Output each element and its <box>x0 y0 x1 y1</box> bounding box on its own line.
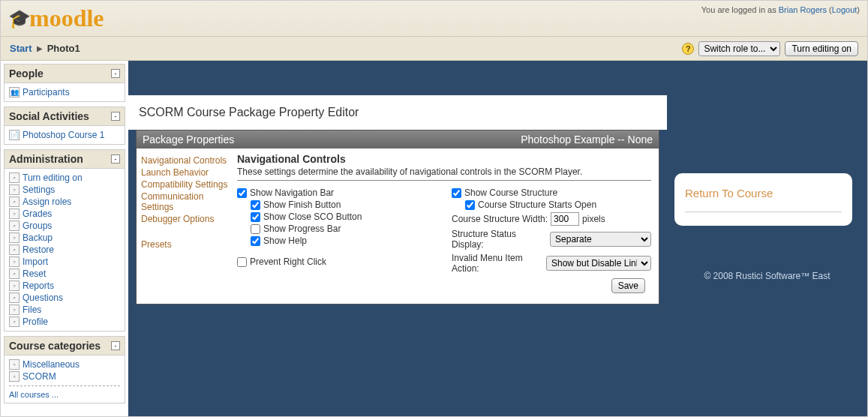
admin-item-icon: ▫ <box>9 256 20 267</box>
help-icon[interactable]: ? <box>682 43 694 55</box>
opt-prevent: Prevent Right Click <box>237 256 437 268</box>
category-link-1[interactable]: SCORM <box>23 371 56 382</box>
category-item: ▫SCORM <box>9 370 120 382</box>
structure-label: Show Course Structure <box>464 188 557 198</box>
opt-progress: Show Progress Bar <box>237 223 437 235</box>
admin-link-5[interactable]: Backup <box>23 232 53 243</box>
participants-link[interactable]: Participants <box>23 87 70 98</box>
collapse-icon[interactable]: - <box>111 154 120 164</box>
breadcrumb: Start ▶ Photo1 <box>10 43 80 54</box>
switch-role-select[interactable]: Switch role to... <box>698 41 780 56</box>
participants-icon: 👥 <box>9 87 20 98</box>
status-select[interactable]: Separate <box>550 232 651 247</box>
category-link-0[interactable]: Miscellaneous <box>23 359 80 370</box>
admin-link-6[interactable]: Restore <box>23 244 54 255</box>
finish-label: Show Finish Button <box>263 200 341 210</box>
navbar-label: Show Navigation Bar <box>250 188 334 198</box>
progress-checkbox[interactable] <box>251 224 260 234</box>
admin-item-icon: ▫ <box>9 280 20 291</box>
admin-item: ▫Files <box>9 304 120 316</box>
finish-checkbox[interactable] <box>251 200 260 210</box>
save-button[interactable]: Save <box>611 278 645 293</box>
close-checkbox[interactable] <box>251 212 260 222</box>
admin-link-9[interactable]: Reports <box>23 280 54 291</box>
breadcrumb-bar: Start ▶ Photo1 ? Switch role to... Turn … <box>1 37 867 61</box>
login-info: You are logged in as Brian Rogers (Logou… <box>701 5 860 14</box>
opt-startsopen: Course Structure Starts Open <box>452 199 651 211</box>
panel-header: Package Properties Photoshop Example -- … <box>137 130 659 148</box>
opt-navbar: Show Navigation Bar <box>237 187 437 199</box>
social-title: Social Activities <box>9 110 89 122</box>
sidebar: People - 👥 Participants Social Activitie… <box>1 61 128 416</box>
user-link[interactable]: Brian Rogers <box>779 5 827 14</box>
categories-title: Course categories <box>9 340 101 352</box>
admin-item-icon: ▫ <box>9 208 20 219</box>
editor-title: SCORM Course Package Property Editor <box>128 95 667 130</box>
nav-debugger[interactable]: Debugger Options <box>141 213 230 225</box>
admin-item: ▫Profile <box>9 316 120 328</box>
admin-title: Administration <box>9 153 83 165</box>
invalid-row: Invalid Menu Item Action: Show but Disab… <box>452 251 651 275</box>
social-block: Social Activities - 📄 Photoshop Course 1 <box>4 106 125 145</box>
help-label: Show Help <box>263 236 307 246</box>
people-block: People - 👥 Participants <box>4 64 125 102</box>
admin-link-12[interactable]: Profile <box>23 316 48 327</box>
width-input[interactable] <box>551 212 579 226</box>
admin-block-header: Administration - <box>5 150 125 169</box>
admin-item: ▫Grades <box>9 208 120 220</box>
category-item: ▫Miscellaneous <box>9 358 120 370</box>
prevent-checkbox[interactable] <box>237 257 247 267</box>
admin-link-3[interactable]: Grades <box>23 208 52 219</box>
right-panel: Return To Course © 2008 Rustici Software… <box>667 61 867 416</box>
admin-item-icon: ▫ <box>9 304 20 315</box>
collapse-icon[interactable]: - <box>111 341 120 350</box>
admin-link-2[interactable]: Assign roles <box>23 196 71 207</box>
nav-compat[interactable]: Compatibility Settings <box>141 178 230 190</box>
nav-presets[interactable]: Presets <box>141 238 230 250</box>
panel-title: Package Properties <box>143 134 234 146</box>
collapse-icon[interactable]: - <box>111 69 120 78</box>
admin-item-icon: ▫ <box>9 268 20 279</box>
admin-item: ▫Reports <box>9 280 120 292</box>
sidebar-item-photoshop[interactable]: Photoshop Course 1 <box>23 130 104 140</box>
collapse-icon[interactable]: - <box>111 112 120 121</box>
admin-link-7[interactable]: Import <box>23 256 48 267</box>
admin-link-8[interactable]: Reset <box>23 268 46 279</box>
return-card: Return To Course <box>674 173 852 226</box>
all-courses-link[interactable]: All courses ... <box>9 390 59 399</box>
nav-navigational[interactable]: Navigational Controls <box>141 154 230 166</box>
panel-nav: Navigational Controls Launch Behavior Co… <box>137 148 234 304</box>
opt-finish: Show Finish Button <box>237 199 437 211</box>
logout-link[interactable]: Logout <box>832 5 857 14</box>
admin-item-icon: ▫ <box>9 244 20 255</box>
admin-link-1[interactable]: Settings <box>23 184 55 195</box>
admin-item: ▫Assign roles <box>9 196 120 208</box>
nav-comm[interactable]: Communication Settings <box>141 190 230 213</box>
admin-item: ▫Restore <box>9 244 120 256</box>
panel-content: Navigational Controls These settings det… <box>234 148 659 304</box>
help-checkbox[interactable] <box>251 236 260 246</box>
editor-area: SCORM Course Package Property Editor Pac… <box>128 61 667 416</box>
admin-item-icon: ▫ <box>9 232 20 243</box>
admin-link-10[interactable]: Questions <box>23 292 63 303</box>
course-icon: 📄 <box>9 130 20 140</box>
progress-label: Show Progress Bar <box>263 224 341 234</box>
logo-text: moodle <box>29 4 104 32</box>
startsopen-checkbox[interactable] <box>465 200 475 210</box>
invalid-select[interactable]: Show but Disable Link <box>546 256 651 271</box>
people-title: People <box>9 68 44 80</box>
navbar-checkbox[interactable] <box>237 188 247 198</box>
category-icon: ▫ <box>9 371 20 382</box>
status-row: Structure Status Display: Separate <box>452 227 651 251</box>
admin-link-0[interactable]: Turn editing on <box>23 172 83 183</box>
categories-block-header: Course categories - <box>5 337 125 356</box>
nav-launch[interactable]: Launch Behavior <box>141 166 230 178</box>
admin-item: ▫Questions <box>9 292 120 304</box>
admin-item: ▫Import <box>9 256 120 268</box>
return-link[interactable]: Return To Course <box>685 187 773 200</box>
admin-link-4[interactable]: Groups <box>23 220 52 231</box>
breadcrumb-start[interactable]: Start <box>10 43 32 54</box>
admin-link-11[interactable]: Files <box>23 304 41 315</box>
structure-checkbox[interactable] <box>452 188 461 198</box>
turn-editing-on-button[interactable]: Turn editing on <box>785 41 858 56</box>
